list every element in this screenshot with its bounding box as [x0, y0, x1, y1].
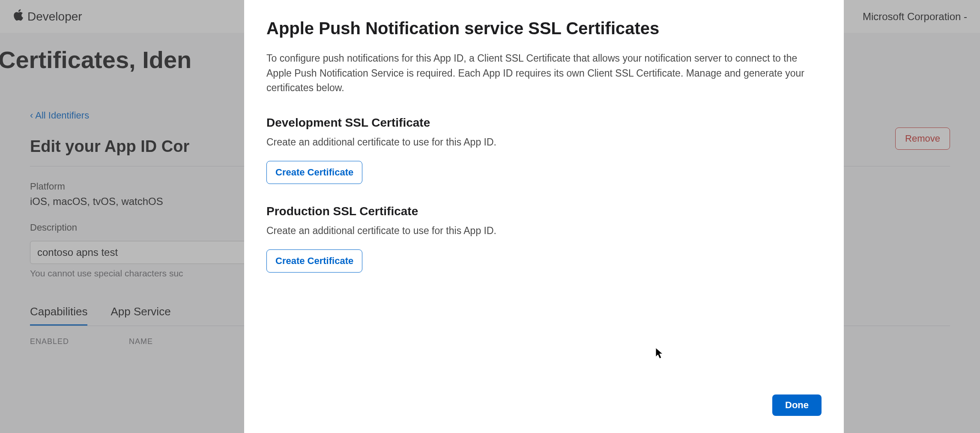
back-all-identifiers-link[interactable]: ‹ All Identifiers	[30, 110, 89, 121]
production-cert-section: Production SSL Certificate Create an add…	[266, 205, 822, 293]
modal-footer: Done	[266, 394, 822, 416]
development-cert-section: Development SSL Certificate Create an ad…	[266, 116, 822, 205]
remove-button[interactable]: Remove	[895, 128, 950, 150]
org-label: Microsoft Corporation -	[863, 11, 967, 23]
create-dev-cert-button[interactable]: Create Certificate	[266, 161, 362, 184]
col-enabled: ENABLED	[30, 337, 69, 346]
create-prod-cert-button[interactable]: Create Certificate	[266, 249, 362, 273]
brand-text: Developer	[27, 10, 82, 24]
modal-title: Apple Push Notification service SSL Cert…	[266, 19, 822, 38]
dev-cert-title: Development SSL Certificate	[266, 116, 822, 130]
apple-logo-icon	[13, 9, 24, 24]
prod-cert-title: Production SSL Certificate	[266, 205, 822, 218]
cursor-icon	[655, 347, 664, 359]
modal-intro: To configure push notifications for this…	[266, 51, 822, 95]
tab-capabilities[interactable]: Capabilities	[30, 305, 87, 326]
col-name: NAME	[129, 337, 153, 346]
section-title: Edit your App ID Cor	[30, 137, 189, 156]
tab-app-services[interactable]: App Service	[111, 305, 170, 326]
brand-logo-area: Developer	[13, 9, 82, 24]
dev-cert-desc: Create an additional certificate to use …	[266, 136, 822, 148]
done-button[interactable]: Done	[772, 394, 822, 416]
apns-ssl-modal: Apple Push Notification service SSL Cert…	[244, 0, 844, 433]
prod-cert-desc: Create an additional certificate to use …	[266, 225, 822, 237]
